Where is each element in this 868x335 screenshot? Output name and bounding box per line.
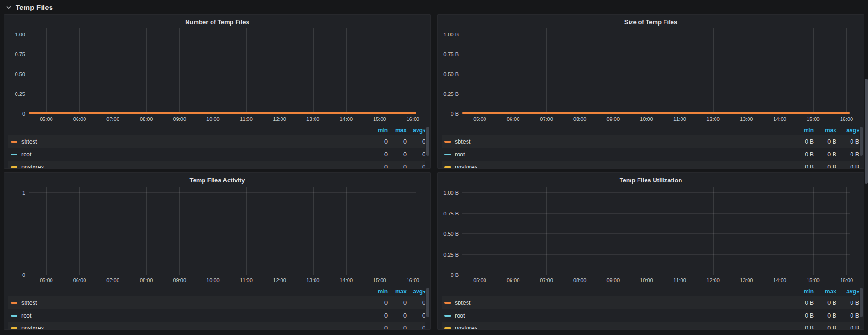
legend-row-root: root0 B0 B0 B: [442, 148, 859, 161]
horizontal-gridline: [29, 94, 416, 94]
legend-min-value: 0 B: [791, 164, 814, 169]
vertical-gridline: [346, 187, 347, 275]
legend-row-postgres: postgres000: [8, 322, 425, 329]
dashboard-row-header[interactable]: Temp Files: [0, 0, 868, 14]
legend-scrollbar-thumb[interactable]: [860, 127, 863, 156]
x-axis-tick-label: 10:00: [206, 116, 220, 122]
x-axis: 05:0006:0007:0008:0009:0010:0011:0012:00…: [29, 275, 416, 285]
panel-number-of-temp-files: Number of Temp Files1.000.750.500.25005:…: [4, 14, 431, 169]
x-axis-tick-label: 11:00: [673, 116, 686, 122]
x-axis-tick-label: 05:00: [473, 116, 486, 122]
legend-series-name[interactable]: postgres: [21, 325, 44, 330]
chevron-down-icon[interactable]: [6, 4, 12, 10]
vertical-gridline: [213, 28, 213, 114]
legend-series-name[interactable]: root: [21, 151, 32, 158]
vertical-gridline: [613, 187, 613, 275]
legend-sort-avg[interactable]: avg▾: [836, 288, 859, 295]
x-axis-tick-label: 05:00: [40, 116, 53, 122]
legend-row-postgres: postgres0 B0 B0 B: [442, 322, 859, 329]
legend-sort-max[interactable]: max: [388, 288, 407, 295]
legend-row-sbtest: sbtest000: [8, 135, 425, 148]
legend-sort-max[interactable]: max: [814, 288, 836, 295]
y-axis-tick-label: 1.00: [15, 32, 25, 37]
legend-sort-min[interactable]: min: [791, 127, 814, 134]
panel-size-of-temp-files: Size of Temp Files1.00 B0.75 B0.50 B0.25…: [437, 14, 864, 169]
panel-temp-files-utilization: Temp Files Utilization1.00 B0.75 B0.50 B…: [437, 172, 864, 330]
legend-min-value: 0: [369, 325, 388, 330]
vertical-gridline: [546, 28, 547, 114]
vertical-gridline: [713, 28, 714, 114]
legend-sort-min[interactable]: min: [369, 127, 388, 134]
legend-series-name[interactable]: sbtest: [455, 138, 470, 145]
legend-series-name[interactable]: root: [21, 312, 32, 319]
legend-sort-min[interactable]: min: [791, 288, 814, 295]
legend-series-name[interactable]: postgres: [455, 325, 477, 330]
legend-sort-avg[interactable]: avg▾: [836, 127, 859, 134]
legend-series-swatch: [11, 166, 17, 168]
page-scrollbar-thumb[interactable]: [865, 79, 868, 184]
legend-sort-max[interactable]: max: [814, 127, 836, 134]
legend-avg-value: 0: [407, 151, 425, 158]
horizontal-gridline: [29, 74, 416, 74]
legend-row-root: root0 B0 B0 B: [442, 309, 859, 322]
legend-sort-max[interactable]: max: [388, 127, 407, 134]
panel-title[interactable]: Temp Files Activity: [4, 176, 430, 187]
legend-min-value: 0: [369, 300, 388, 306]
y-axis-tick-label: 0.50: [15, 71, 25, 77]
legend-series-name[interactable]: sbtest: [21, 300, 37, 306]
x-axis-tick-label: 08:00: [573, 116, 587, 122]
vertical-gridline: [647, 187, 647, 275]
vertical-gridline: [280, 28, 280, 114]
horizontal-gridline: [462, 192, 850, 193]
panel-title[interactable]: Number of Temp Files: [4, 18, 430, 28]
vertical-gridline: [647, 28, 647, 114]
legend-scrollbar-thumb[interactable]: [426, 288, 429, 317]
chart-area: 1.00 B0.75 B0.50 B0.25 B0 B: [438, 187, 864, 275]
x-axis-tick-label: 07:00: [106, 116, 119, 122]
legend-scrollbar-thumb[interactable]: [860, 288, 863, 317]
x-axis-tick-label: 13:00: [306, 116, 320, 122]
legend-series-name[interactable]: sbtest: [21, 138, 37, 145]
x-axis-tick-label: 15:00: [807, 116, 820, 122]
legend-max-value: 0: [388, 151, 407, 158]
vertical-gridline: [179, 187, 180, 275]
vertical-gridline: [46, 187, 47, 275]
legend-sort-avg[interactable]: avg▾: [407, 127, 425, 134]
x-axis-tick-label: 12:00: [706, 277, 720, 283]
legend-sort-min[interactable]: min: [369, 288, 388, 295]
y-axis-tick-label: 0 B: [451, 111, 459, 117]
horizontal-gridline: [462, 74, 850, 74]
legend-series-swatch: [444, 302, 451, 304]
legend-series-name[interactable]: postgres: [21, 164, 44, 169]
legend-sort-avg[interactable]: avg▾: [407, 288, 425, 295]
vertical-gridline: [680, 187, 680, 275]
legend-table: minmaxavg▾sbtest0 B0 B0 Broot0 B0 B0 Bpo…: [438, 126, 864, 168]
legend-scrollbar-thumb[interactable]: [426, 127, 429, 156]
legend-series-name[interactable]: root: [455, 151, 465, 158]
vertical-gridline: [846, 187, 847, 275]
legend-max-value: 0 B: [814, 312, 836, 319]
horizontal-gridline: [462, 54, 850, 54]
legend-min-value: 0 B: [791, 312, 814, 319]
panel-title[interactable]: Size of Temp Files: [438, 18, 864, 28]
y-axis-tick-label: 1.00 B: [443, 32, 459, 37]
legend-row-postgres: postgres0 B0 B0 B: [442, 161, 859, 168]
vertical-gridline: [79, 28, 80, 114]
horizontal-gridline: [462, 233, 850, 234]
chart-area: 1.00 B0.75 B0.50 B0.25 B0 B: [438, 28, 864, 114]
x-axis-tick-label: 15:00: [373, 277, 386, 283]
plot-area: [29, 187, 416, 275]
legend-avg-value: 0: [407, 312, 425, 319]
legend-min-value: 0 B: [791, 300, 814, 306]
row-title[interactable]: Temp Files: [16, 3, 53, 11]
x-axis-tick-label: 11:00: [673, 277, 686, 283]
legend-row-root: root000: [8, 309, 425, 322]
panel-title[interactable]: Temp Files Utilization: [438, 176, 864, 187]
vertical-gridline: [113, 28, 113, 114]
legend-avg-value: 0 B: [836, 300, 859, 306]
legend-series-name[interactable]: postgres: [455, 164, 477, 169]
vertical-gridline: [313, 187, 314, 275]
legend-series-name[interactable]: root: [455, 312, 465, 319]
legend-series-name[interactable]: sbtest: [455, 300, 470, 306]
x-axis-tick-label: 09:00: [607, 116, 620, 122]
